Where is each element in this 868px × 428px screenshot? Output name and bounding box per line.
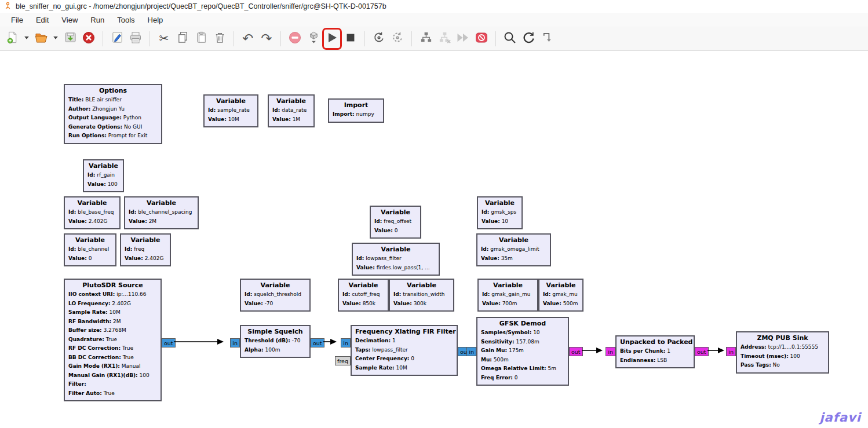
block-param: Id: sample_rate xyxy=(208,106,254,115)
port-in[interactable]: in xyxy=(606,347,615,356)
param-label: Id: xyxy=(482,209,489,215)
param-label: Value: xyxy=(125,255,143,261)
block-variable_gmsk_mu[interactable]: VariableId: gmsk_muValue: 500m xyxy=(538,279,583,312)
block-param: Value: 100 xyxy=(87,180,119,189)
param-value: freq_offset xyxy=(384,218,411,224)
param-label: Id: xyxy=(374,218,382,224)
block-param: IIO context URI: ip:...110.66 xyxy=(68,290,157,299)
block-title: Frequency Xlating FIR Filter xyxy=(355,327,453,336)
port-out[interactable]: out xyxy=(162,338,176,347)
param-label: Value: xyxy=(374,228,393,233)
block-variable_transition_width[interactable]: VariableId: transition_widthValue: 300k xyxy=(389,279,454,312)
param-label: Value: xyxy=(208,116,227,122)
param-value: ble_channel xyxy=(78,246,109,252)
block-variable_lowpass_filter[interactable]: VariableId: lowpass_filterValue: firdes.… xyxy=(352,243,440,276)
param-label: Threshold (dB): xyxy=(245,338,290,343)
param-value: Prompt for Exit xyxy=(108,133,147,138)
block-param: Generate Options: No GUI xyxy=(68,123,158,132)
param-value: 0 xyxy=(411,356,414,361)
param-label: Id: xyxy=(356,255,364,261)
block-zmq_pub_sink[interactable]: ZMQ PUB SinkAddress: tcp://1....0.1:5555… xyxy=(736,331,829,374)
param-label: Id: xyxy=(208,107,216,113)
block-options[interactable]: OptionsTitle: BLE air snifferAuthor: Zho… xyxy=(64,84,162,144)
block-param: Decimation: 1 xyxy=(355,336,453,346)
param-value: True xyxy=(104,390,115,396)
block-variable_sample_rate[interactable]: VariableId: sample_rateValue: 10M xyxy=(203,94,258,127)
block-param: Id: lowpass_filter xyxy=(356,254,435,264)
param-value: True xyxy=(122,345,133,351)
param-label: Pass Tags: xyxy=(741,362,771,368)
param-value: Zhongjun Yu xyxy=(92,106,125,112)
param-label: Id: xyxy=(245,291,252,297)
block-variable_freq_offset[interactable]: VariableId: freq_offsetValue: 0 xyxy=(370,206,421,239)
port-freq[interactable]: freq xyxy=(335,356,351,365)
param-value: 1 xyxy=(392,338,396,343)
param-label: Quadrature: xyxy=(68,336,104,342)
block-param: Gain Mode (RX1): Manual xyxy=(68,362,157,371)
param-label: Author: xyxy=(68,106,90,112)
block-title: Variable xyxy=(245,281,306,290)
block-import_numpy[interactable]: ImportImport: numpy xyxy=(328,98,384,123)
block-param: Mu: 500m xyxy=(481,356,564,365)
block-param: Omega Relative Limit: 5m xyxy=(481,364,564,374)
block-simple_squelch[interactable]: Simple SquelchThreshold (dB): -70Alpha: … xyxy=(240,325,311,358)
block-title: Variable xyxy=(125,236,166,245)
param-label: Value: xyxy=(481,255,499,261)
param-value: 10 xyxy=(533,330,539,335)
block-title: Variable xyxy=(356,245,435,254)
block-param: Id: freq_offset xyxy=(374,217,417,226)
block-title: Import xyxy=(333,101,380,110)
block-param: Id: cutoff_freq xyxy=(342,290,384,299)
block-variable_ble_channel[interactable]: VariableId: ble_channelValue: 0 xyxy=(64,233,116,266)
block-variable_gmsk_sps[interactable]: VariableId: gmsk_spsValue: 10 xyxy=(477,196,523,229)
watermark-logo: jafavi xyxy=(819,411,861,425)
port-in[interactable]: in xyxy=(726,347,736,356)
block-param: Id: data_rate xyxy=(272,106,310,115)
block-param: Value: 0 xyxy=(374,226,417,236)
block-param: Value: 850k xyxy=(342,299,384,309)
port-out[interactable]: out xyxy=(695,347,709,356)
block-variable_ble_base_freq[interactable]: VariableId: ble_base_freqValue: 2.402G xyxy=(64,196,121,229)
block-param: Taps: lowpass_filter xyxy=(355,346,453,355)
port-in[interactable]: in xyxy=(466,347,476,356)
block-unpacked_to_packed[interactable]: Unpacked to PackedBits per Chunk: 1Endia… xyxy=(615,335,695,368)
block-variable_rf_gain[interactable]: VariableId: rf_gainValue: 100 xyxy=(83,159,124,192)
block-param: Id: ble_base_freq xyxy=(68,208,116,217)
param-label: IIO context URI: xyxy=(68,291,115,297)
block-title: Simple Squelch xyxy=(245,327,306,336)
port-in[interactable]: in xyxy=(230,338,240,347)
block-param: Value: 700m xyxy=(482,299,534,309)
block-variable_gmsk_gain_mu[interactable]: VariableId: gmsk_gain_muValue: 700m xyxy=(477,279,538,312)
param-label: Alpha: xyxy=(245,347,264,353)
block-param: Value: firdes.low_pass(1, ... xyxy=(356,264,435,273)
block-plutosdr_source[interactable]: PlutoSDR SourceIIO context URI: ip:...11… xyxy=(64,279,162,401)
block-variable_cutoff_freq[interactable]: VariableId: cutoff_freqValue: 850k xyxy=(338,279,389,312)
block-title: Variable xyxy=(208,97,254,106)
param-label: Buffer size: xyxy=(68,327,102,333)
param-label: Endianness: xyxy=(620,357,655,363)
block-variable_gmsk_omega_limit[interactable]: VariableId: gmsk_omega_limitValue: 35m xyxy=(476,233,551,266)
param-label: Output Language: xyxy=(68,115,122,120)
block-param: Sensitivity: 157.08m xyxy=(481,338,564,347)
block-gfsk_demod[interactable]: GFSK DemodSamples/Symbol: 10Sensitivity:… xyxy=(476,317,569,386)
block-param: Gain Mu: 175m xyxy=(481,346,564,356)
block-title: Variable xyxy=(543,281,579,290)
port-out[interactable]: out xyxy=(311,338,324,347)
port-in[interactable]: in xyxy=(341,338,351,347)
param-label: Value: xyxy=(87,181,106,187)
block-variable_ble_channel_spacing[interactable]: VariableId: ble_channel_spacingValue: 2M xyxy=(124,196,199,229)
flowgraph-canvas[interactable]: OptionsTitle: BLE air snifferAuthor: Zho… xyxy=(0,0,868,428)
port-out[interactable]: out xyxy=(569,347,583,356)
param-label: Id: xyxy=(129,209,136,215)
param-label: Value: xyxy=(543,301,561,306)
block-variable_squelch_threshold[interactable]: VariableId: squelch_thresholdValue: -70 xyxy=(240,279,311,312)
block-variable_freq[interactable]: VariableId: freqValue: 2.402G xyxy=(120,233,171,266)
param-label: Value: xyxy=(68,255,87,261)
param-label: Id: xyxy=(87,172,95,178)
block-title: Variable xyxy=(68,199,116,208)
param-value: lowpass_filter xyxy=(366,255,401,261)
block-variable_data_rate[interactable]: VariableId: data_rateValue: 1M xyxy=(268,94,315,127)
param-value: 175m xyxy=(509,347,524,353)
param-value: True xyxy=(123,354,134,360)
block-freq_xlating_fir_filter[interactable]: Frequency Xlating FIR FilterDecimation: … xyxy=(351,325,458,376)
